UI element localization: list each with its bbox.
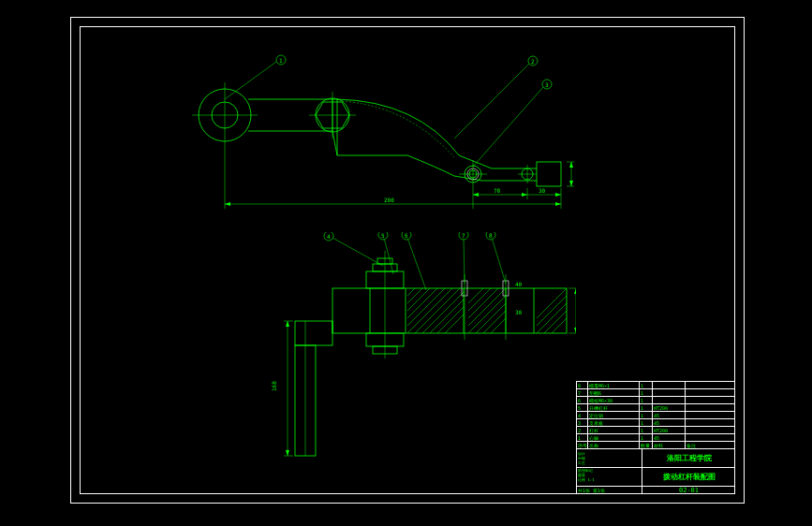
svg-line-105 <box>492 238 506 284</box>
svg-line-52 <box>430 300 464 333</box>
org-name: 洛阳工程学院 <box>642 449 735 467</box>
part-row: 6螺栓M6×301 <box>577 397 735 404</box>
svg-marker-90 <box>574 288 576 294</box>
org-row: 设计 审核 工艺 洛阳工程学院 <box>577 449 735 468</box>
svg-line-58 <box>407 288 422 303</box>
svg-line-49 <box>407 288 452 333</box>
svg-line-23 <box>454 64 529 139</box>
top-view: 1 2 3 200 78 30 <box>173 54 595 223</box>
svg-line-65 <box>468 288 498 318</box>
svg-line-53 <box>437 307 464 333</box>
svg-line-103 <box>464 238 465 284</box>
svg-marker-37 <box>555 193 561 197</box>
svg-line-61 <box>476 303 506 333</box>
dim-side-v2: 40 <box>515 281 523 287</box>
part-row: 3支承板145 <box>577 419 735 427</box>
svg-line-54 <box>445 314 464 333</box>
dim-right-gap: 30 <box>539 187 546 194</box>
balloon-3: 3 <box>545 81 549 88</box>
svg-rect-43 <box>332 288 567 333</box>
svg-line-71 <box>544 311 567 333</box>
svg-line-60 <box>468 296 506 333</box>
svg-line-69 <box>537 296 567 326</box>
drawing-number: 02-01 <box>642 487 735 494</box>
balloon-8: 8 <box>489 232 493 239</box>
title-block: 8螺母M6×11 7垫圈61 6螺栓M6×301 5开槽杠杆1HT200 4定位… <box>576 381 735 494</box>
part-row: 1心轴145 <box>577 434 735 442</box>
svg-marker-91 <box>574 328 576 333</box>
svg-line-64 <box>468 288 506 326</box>
svg-marker-96 <box>286 450 289 456</box>
title-row: 阶段标记 重量 比例 1:1 拨动杠杆装配图 <box>577 468 735 487</box>
svg-line-101 <box>407 238 426 290</box>
part-row: 4定位销145 <box>577 412 735 419</box>
part-row: 8螺母M6×11 <box>577 382 735 389</box>
svg-line-62 <box>483 311 506 333</box>
svg-line-55 <box>407 288 445 326</box>
dim-vert-left: 168 <box>271 381 277 391</box>
svg-rect-83 <box>295 321 332 345</box>
svg-line-57 <box>407 288 430 311</box>
svg-marker-36 <box>522 193 527 197</box>
part-row: 7垫圈61 <box>577 389 735 397</box>
svg-marker-41 <box>569 162 573 168</box>
dim-right-h: 78 <box>494 187 501 194</box>
dim-side-v1: 30 <box>515 309 523 315</box>
balloon-4: 4 <box>327 233 331 240</box>
balloon-1: 1 <box>279 57 283 64</box>
cad-viewport[interactable]: 1 2 3 200 78 30 <box>0 0 812 526</box>
svg-marker-32 <box>225 202 230 206</box>
balloon-2: 2 <box>531 58 535 65</box>
dim-main: 200 <box>384 197 394 203</box>
dwgno-row: 共1张 第1张 02-01 <box>577 487 735 494</box>
part-row: 2杠杆1HT200 <box>577 427 735 434</box>
parts-header: 序号名称数量材料备注 <box>577 442 735 449</box>
balloon-6: 6 <box>405 232 408 239</box>
svg-line-25 <box>473 87 543 167</box>
svg-line-97 <box>332 238 383 266</box>
svg-line-67 <box>468 288 483 303</box>
svg-line-68 <box>537 303 567 333</box>
drawing-title: 拨动杠杆装配图 <box>642 468 735 486</box>
balloon-7: 7 <box>462 232 465 239</box>
svg-line-70 <box>537 288 567 318</box>
svg-line-21 <box>225 62 276 99</box>
svg-line-56 <box>407 288 437 318</box>
svg-marker-33 <box>555 202 561 206</box>
balloon-5: 5 <box>381 232 385 239</box>
svg-line-72 <box>552 318 567 333</box>
svg-line-66 <box>468 288 491 311</box>
svg-line-59 <box>407 288 415 296</box>
svg-line-63 <box>491 318 506 333</box>
svg-marker-95 <box>286 321 289 327</box>
svg-marker-42 <box>569 181 573 186</box>
svg-rect-18 <box>537 162 561 186</box>
drawing-area: 1 2 3 200 78 30 <box>80 26 735 494</box>
svg-line-51 <box>422 292 464 333</box>
svg-marker-35 <box>473 193 479 197</box>
section-view: 40 30 168 4 5 6 7 8 <box>183 232 576 475</box>
part-row: 5开槽杠杆1HT200 <box>577 404 735 412</box>
svg-line-99 <box>384 238 393 274</box>
svg-line-50 <box>415 288 460 333</box>
